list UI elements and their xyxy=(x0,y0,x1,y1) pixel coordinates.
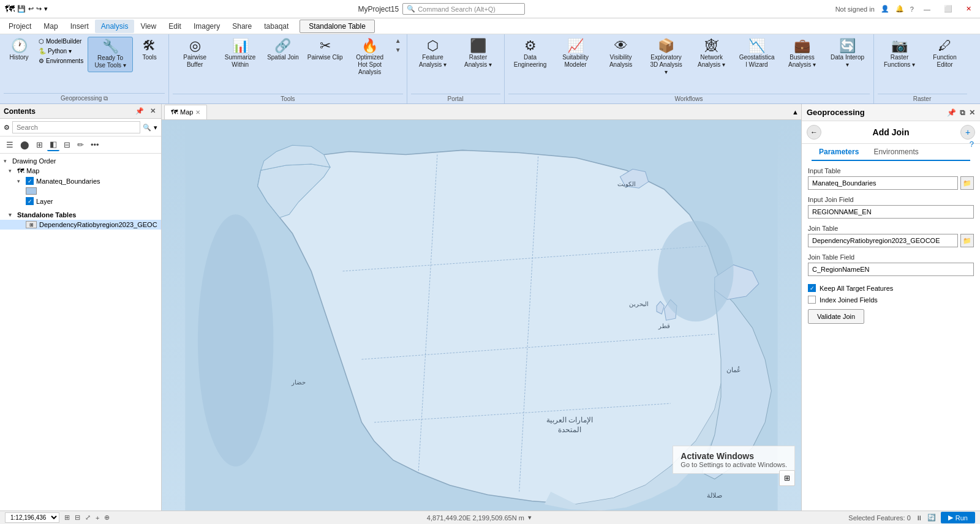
ribbon-btn-feature-analysis[interactable]: ⬡ Feature Analysis ▾ xyxy=(411,37,455,71)
ribbon-btn-data-interop[interactable]: 🔄 Data Interop ▾ xyxy=(826,37,870,71)
ribbon-btn-optimized-spot[interactable]: 🔥 Optimized Hot Spot Analysis xyxy=(348,37,392,78)
menu-share[interactable]: Share xyxy=(226,20,258,33)
map-area-collapse[interactable]: ▲ xyxy=(792,108,799,116)
index-joined-checkbox[interactable] xyxy=(808,296,816,304)
ribbon-btn-raster-functions[interactable]: 📷 Raster Functions ▾ xyxy=(878,37,922,71)
menu-map[interactable]: Map xyxy=(37,20,64,33)
map-content[interactable]: الإمارات العربية المتحدة قطر البحرين الك… xyxy=(162,120,801,511)
ribbon-btn-summarize-within[interactable]: 📊 Summarize Within xyxy=(218,37,262,71)
ribbon-btn-suitability-modeler[interactable]: 📈 Suitability Modeler xyxy=(554,37,598,71)
group-icon[interactable]: ⊟ xyxy=(61,139,73,151)
nav-icon[interactable]: ⊕ xyxy=(104,514,110,522)
ribbon-btn-pairwise-buffer[interactable]: ◎ Pairwise Buffer xyxy=(173,37,217,71)
standalone-table-tab[interactable]: Standalone Table xyxy=(300,20,375,33)
command-search[interactable]: 🔍 Command Search (Alt+Q) xyxy=(402,3,525,15)
pause-icon[interactable]: ⏸ xyxy=(916,514,922,522)
ribbon-btn-raster-analysis[interactable]: ⬛ Raster Analysis ▾ xyxy=(456,37,500,71)
tree-dependency-table[interactable]: ⊞ DependencyRatiobyregion2023_GEOC xyxy=(0,220,161,230)
keep-all-checkbox[interactable]: ✓ xyxy=(808,284,816,292)
ribbon-btn-function-editor[interactable]: 🖊 Function Editor xyxy=(923,37,967,71)
ribbon-btn-tools[interactable]: 🛠 Tools xyxy=(134,37,165,64)
fit-icon[interactable]: ⤢ xyxy=(85,514,91,522)
run-btn[interactable]: ▶ Run xyxy=(941,512,975,523)
quick-access-redo[interactable]: ↪ xyxy=(36,5,42,13)
ribbon-btn-python[interactable]: 🐍 Python ▾ xyxy=(36,47,86,56)
input-table-folder-btn[interactable]: 📁 xyxy=(960,176,974,190)
tree-manateq-boundaries[interactable]: ▾ ✓ Manateq_Boundaries xyxy=(0,176,161,186)
quick-access-undo[interactable]: ↩ xyxy=(28,5,34,13)
table-icon[interactable]: ⊞ xyxy=(34,139,45,151)
search-dropdown-icon[interactable]: ▾ xyxy=(154,124,157,132)
center-icon[interactable]: + xyxy=(96,514,99,522)
geo-pin-icon[interactable]: 📌 xyxy=(947,108,956,117)
ribbon-btn-visibility-analysis[interactable]: 👁 Visibility Analysis xyxy=(599,37,643,71)
table-view-icon[interactable]: ⊟ xyxy=(75,514,80,522)
join-table-folder-btn[interactable]: 📁 xyxy=(960,234,974,247)
pin-icon[interactable]: 📌 xyxy=(134,107,146,116)
menu-project[interactable]: Project xyxy=(2,20,37,33)
help-icon[interactable]: ? xyxy=(910,6,914,13)
user-icon[interactable]: 👤 xyxy=(881,5,889,13)
tree-map[interactable]: ▾ 🗺 Map xyxy=(0,166,161,176)
geo-add-btn[interactable]: + xyxy=(960,125,975,140)
geo-close-icon[interactable]: ✕ xyxy=(969,108,975,117)
search-btn[interactable]: 🔍 xyxy=(143,124,151,132)
manateq-checkbox[interactable]: ✓ xyxy=(26,177,34,185)
refresh-icon[interactable]: 🔄 xyxy=(927,514,936,522)
ribbon-btn-exploratory-3d[interactable]: 📦 Exploratory 3D Analysis ▾ xyxy=(644,37,688,78)
layer-checkbox[interactable]: ✓ xyxy=(26,197,34,205)
ribbon-scroll-down[interactable]: ▼ xyxy=(393,46,403,54)
ribbon-btn-pairwise-clip[interactable]: ✂ Pairwise Clip xyxy=(304,37,347,64)
ribbon-btn-modelbuilder[interactable]: ⬡ ModelBuilder xyxy=(36,37,86,46)
help-icon[interactable]: ? xyxy=(970,140,974,149)
list-view-btn[interactable]: ☰ xyxy=(4,139,16,151)
contents-search-input[interactable] xyxy=(12,121,140,133)
join-table-select[interactable]: DependencyRatiobyregion2023_GEOCOE xyxy=(808,234,958,247)
map-ctrl-btn-1[interactable]: ⊞ xyxy=(779,470,795,486)
filter-icon[interactable]: ⚙ xyxy=(4,124,10,132)
panel-close-icon[interactable]: ✕ xyxy=(148,107,157,116)
geo-back-btn[interactable]: ← xyxy=(807,125,821,140)
tree-layer[interactable]: ✓ Layer xyxy=(0,196,161,206)
section-expand-icon[interactable]: ⧉ xyxy=(104,95,108,102)
ribbon-btn-geostatistical-wizard[interactable]: 📉 Geostatistical Wizard xyxy=(735,37,779,71)
menu-insert[interactable]: Insert xyxy=(64,20,95,33)
input-join-field-select[interactable]: REGIONNAME_EN xyxy=(808,205,974,219)
layer-icon[interactable]: ◧ xyxy=(47,138,59,151)
menu-edit[interactable]: Edit xyxy=(162,20,187,33)
input-table-select[interactable]: Manateq_Boundaries xyxy=(808,176,958,190)
cylinder-icon[interactable]: ⬤ xyxy=(18,139,32,151)
join-table-field-select[interactable]: C_RegionNameEN xyxy=(808,263,974,276)
maximize-btn[interactable]: ⬜ xyxy=(940,5,956,13)
coord-dropdown[interactable]: ▾ xyxy=(528,514,532,522)
not-signed-in[interactable]: Not signed in xyxy=(835,6,875,13)
menu-analysis[interactable]: Analysis xyxy=(95,20,135,33)
ribbon-btn-history[interactable]: 🕐 History xyxy=(4,37,34,64)
menu-view[interactable]: View xyxy=(134,20,162,33)
svg-text:البحرين: البحرين xyxy=(629,301,649,308)
ribbon-btn-spatial-join[interactable]: 🔗 Spatial Join xyxy=(263,37,303,64)
ribbon-btn-ready-to-use[interactable]: 🔧 Ready To Use Tools ▾ xyxy=(88,37,133,72)
quick-access-save[interactable]: 💾 xyxy=(17,5,26,13)
grid-view-icon[interactable]: ⊞ xyxy=(64,514,70,522)
ribbon-btn-data-engineering[interactable]: ⚙ Data Engineering xyxy=(508,37,552,71)
drawing-icon[interactable]: ✏ xyxy=(75,139,86,151)
map-tab[interactable]: 🗺 Map ✕ xyxy=(164,105,207,119)
menu-tabaqat[interactable]: tabaqat xyxy=(258,20,295,33)
validate-join-btn[interactable]: Validate Join xyxy=(808,309,864,324)
menu-imagery[interactable]: Imagery xyxy=(187,20,226,33)
more-icon[interactable]: ••• xyxy=(88,139,102,151)
close-btn[interactable]: ✕ xyxy=(962,5,975,13)
notification-icon[interactable]: 🔔 xyxy=(895,5,904,13)
ribbon-btn-environments[interactable]: ⚙ Environments xyxy=(36,56,86,66)
geo-tab-parameters[interactable]: Parameters xyxy=(812,144,866,161)
map-tab-close[interactable]: ✕ xyxy=(195,109,200,116)
geo-float-icon[interactable]: ⧉ xyxy=(960,108,965,117)
ribbon-btn-business-analysis[interactable]: 💼 Business Analysis ▾ xyxy=(780,37,824,71)
geo-tab-environments[interactable]: Environments xyxy=(866,144,925,161)
quick-access-more[interactable]: ▾ xyxy=(44,5,48,13)
ribbon-scroll-up[interactable]: ▲ xyxy=(393,37,403,45)
scale-select[interactable]: 1:12,196,436 xyxy=(5,512,59,523)
ribbon-btn-network-analysis[interactable]: 🕸 Network Analysis ▾ xyxy=(690,37,734,71)
minimize-btn[interactable]: — xyxy=(920,6,934,13)
